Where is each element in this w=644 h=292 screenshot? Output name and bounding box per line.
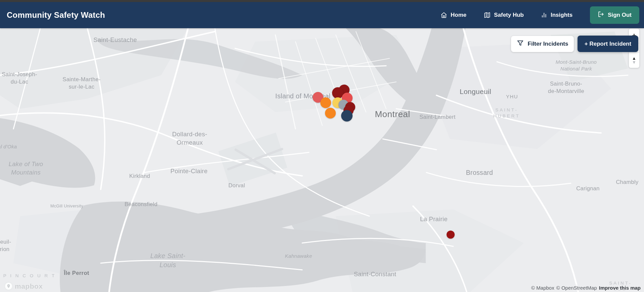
nav-item-safety-hub[interactable]: Safety Hub — [484, 12, 524, 18]
pitch-stepper[interactable]: ▲ ▼ — [629, 52, 639, 68]
nav-item-home[interactable]: Home — [441, 12, 466, 18]
improve-this-map-link[interactable]: Improve this map — [599, 285, 641, 291]
sign-out-button[interactable]: Sign Out — [590, 6, 639, 24]
filter-incidents-label: Filter Incidents — [528, 41, 568, 47]
nav-item-insights[interactable]: Insights — [541, 12, 572, 18]
sign-out-icon — [598, 11, 604, 19]
incident-marker[interactable] — [325, 108, 336, 118]
main-nav: Home Safety Hub Insights Sign Out — [441, 6, 639, 24]
incident-marker[interactable] — [320, 97, 331, 108]
incident-marker[interactable] — [447, 231, 455, 239]
app-header: Community Safety Watch Home Safety Hub I… — [0, 2, 644, 28]
funnel-icon — [517, 40, 524, 48]
mapbox-pin-icon — [4, 282, 13, 291]
step-down-icon[interactable]: ▼ — [632, 60, 636, 64]
home-icon — [441, 12, 447, 18]
map-tiles — [0, 28, 644, 292]
map-attribution: © Mapbox © OpenStreetMap Improve this ma… — [530, 285, 642, 291]
app-title: Community Safety Watch — [7, 10, 105, 20]
window-top-strip — [0, 0, 644, 2]
nav-item-label: Home — [451, 12, 466, 18]
report-incident-button[interactable]: + Report Incident — [578, 36, 638, 52]
bar-chart-icon — [541, 12, 547, 18]
map-icon — [484, 12, 491, 18]
nav-item-label: Safety Hub — [494, 12, 524, 18]
nav-item-label: Insights — [551, 12, 572, 18]
filter-incidents-button[interactable]: Filter Incidents — [511, 36, 574, 52]
sign-out-label: Sign Out — [608, 12, 632, 18]
attribution-mapbox-link[interactable]: © Mapbox — [531, 285, 554, 291]
mapbox-logo[interactable]: mapbox — [4, 282, 43, 291]
map-canvas[interactable]: Saint-EustacheSaint-Joseph- du-LacSainte… — [0, 28, 644, 292]
attribution-osm-link[interactable]: © OpenStreetMap — [556, 285, 597, 291]
incident-marker[interactable] — [341, 110, 353, 121]
mapbox-wordmark: mapbox — [15, 282, 43, 290]
